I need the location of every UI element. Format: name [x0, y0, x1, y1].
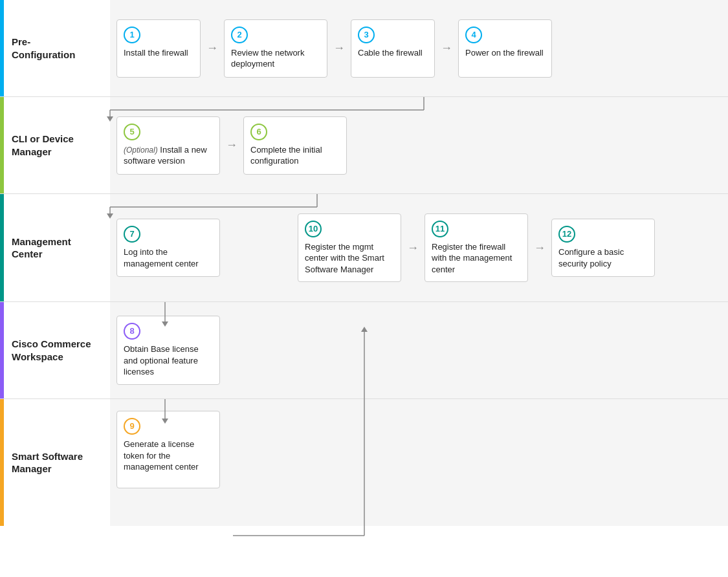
- step-9: 9 Generate a license token for the manag…: [116, 411, 220, 488]
- step-number-1: 1: [124, 27, 140, 43]
- step-8: 8 Obtain Base license and optional featu…: [116, 316, 220, 385]
- connector-row2-row3: [0, 194, 728, 217]
- step-label-10: Register the mgmt center with the Smart …: [305, 241, 393, 276]
- step-optional-5: (Optional): [124, 146, 158, 155]
- connector-row4-row5: [0, 399, 728, 422]
- arrow-11-12: →: [528, 241, 551, 255]
- step-4: 4 Power on the firewall: [458, 19, 552, 78]
- connector-row1-row2: [0, 97, 728, 120]
- step-7: 7 Log into the management center: [116, 219, 220, 277]
- step-label-2: Review the network deployment: [231, 47, 319, 70]
- step-number-7: 7: [124, 226, 140, 243]
- arrow-10-11: →: [401, 241, 425, 255]
- arrow-3-4: →: [435, 41, 458, 55]
- step-5: 5 (Optional) Install a new software vers…: [116, 116, 220, 175]
- step-label-11: Register the firewall with the managemen…: [432, 241, 520, 276]
- step-label-12: Configure a basic security policy: [558, 246, 646, 269]
- step-label-9: Generate a license token for the managem…: [124, 439, 212, 473]
- step-12: 12 Configure a basic security policy: [551, 219, 655, 277]
- step-number-11: 11: [432, 221, 448, 237]
- section-pre-config: Pre-Configuration 1 Install the firewall…: [0, 0, 728, 97]
- step-label-5: (Optional) Install a new software versio…: [124, 144, 212, 167]
- step-number-2: 2: [231, 27, 248, 43]
- step-label-3: Cable the firewall: [358, 47, 426, 59]
- step-label-1: Install the firewall: [124, 47, 192, 59]
- arrow-5-6: →: [220, 138, 243, 152]
- step-label-6: Complete the initial configuration: [250, 144, 338, 167]
- workflow-diagram: Pre-Configuration 1 Install the firewall…: [0, 0, 728, 526]
- section-label-pre-config: Pre-Configuration: [0, 0, 110, 96]
- arrow-2-3: →: [327, 41, 351, 55]
- step-3: 3 Cable the firewall: [351, 19, 435, 78]
- step-number-5: 5: [124, 124, 140, 140]
- step-6: 6 Complete the initial configuration: [243, 116, 347, 175]
- arrow-1-2: →: [201, 41, 224, 55]
- step-number-3: 3: [358, 27, 375, 43]
- step-number-6: 6: [250, 124, 267, 140]
- step-label-7: Log into the management center: [124, 246, 212, 269]
- step-number-8: 8: [124, 323, 140, 340]
- step-number-10: 10: [305, 221, 322, 237]
- connector-row3-row4: [0, 302, 728, 325]
- step-number-4: 4: [465, 27, 482, 43]
- step-label-8: Obtain Base license and optional feature…: [124, 343, 212, 378]
- step-11: 11 Register the firewall with the manage…: [425, 213, 528, 283]
- step-number-12: 12: [558, 226, 575, 243]
- step-label-4: Power on the firewall: [465, 47, 544, 59]
- step-1: 1 Install the firewall: [116, 19, 201, 78]
- step-10: 10 Register the mgmt center with the Sma…: [298, 213, 401, 283]
- step-2: 2 Review the network deployment: [224, 19, 327, 78]
